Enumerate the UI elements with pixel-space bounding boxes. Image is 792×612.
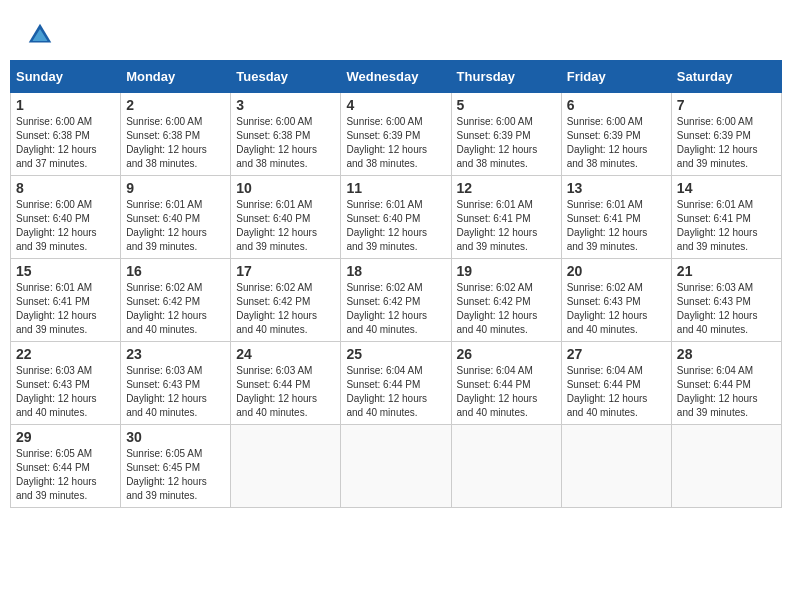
day-number: 19 — [457, 263, 556, 279]
day-info: Sunrise: 6:04 AM Sunset: 6:44 PM Dayligh… — [457, 364, 556, 420]
week-row-5: 29Sunrise: 6:05 AM Sunset: 6:44 PM Dayli… — [11, 425, 782, 508]
calendar-cell — [341, 425, 451, 508]
day-info: Sunrise: 6:03 AM Sunset: 6:43 PM Dayligh… — [677, 281, 776, 337]
day-number: 16 — [126, 263, 225, 279]
calendar-cell: 6Sunrise: 6:00 AM Sunset: 6:39 PM Daylig… — [561, 93, 671, 176]
day-info: Sunrise: 6:03 AM Sunset: 6:44 PM Dayligh… — [236, 364, 335, 420]
calendar-table: SundayMondayTuesdayWednesdayThursdayFrid… — [10, 60, 782, 508]
calendar-cell: 12Sunrise: 6:01 AM Sunset: 6:41 PM Dayli… — [451, 176, 561, 259]
day-info: Sunrise: 6:04 AM Sunset: 6:44 PM Dayligh… — [677, 364, 776, 420]
calendar-cell: 1Sunrise: 6:00 AM Sunset: 6:38 PM Daylig… — [11, 93, 121, 176]
day-info: Sunrise: 6:00 AM Sunset: 6:38 PM Dayligh… — [16, 115, 115, 171]
header-wednesday: Wednesday — [341, 61, 451, 93]
calendar-cell: 19Sunrise: 6:02 AM Sunset: 6:42 PM Dayli… — [451, 259, 561, 342]
day-info: Sunrise: 6:05 AM Sunset: 6:44 PM Dayligh… — [16, 447, 115, 503]
day-number: 6 — [567, 97, 666, 113]
calendar-cell — [231, 425, 341, 508]
calendar-cell: 10Sunrise: 6:01 AM Sunset: 6:40 PM Dayli… — [231, 176, 341, 259]
calendar-cell: 29Sunrise: 6:05 AM Sunset: 6:44 PM Dayli… — [11, 425, 121, 508]
day-info: Sunrise: 6:01 AM Sunset: 6:41 PM Dayligh… — [677, 198, 776, 254]
day-info: Sunrise: 6:01 AM Sunset: 6:40 PM Dayligh… — [346, 198, 445, 254]
day-number: 30 — [126, 429, 225, 445]
header-friday: Friday — [561, 61, 671, 93]
calendar-cell — [451, 425, 561, 508]
day-info: Sunrise: 6:01 AM Sunset: 6:40 PM Dayligh… — [236, 198, 335, 254]
calendar-cell — [561, 425, 671, 508]
calendar-cell: 7Sunrise: 6:00 AM Sunset: 6:39 PM Daylig… — [671, 93, 781, 176]
calendar-cell: 20Sunrise: 6:02 AM Sunset: 6:43 PM Dayli… — [561, 259, 671, 342]
calendar-cell: 22Sunrise: 6:03 AM Sunset: 6:43 PM Dayli… — [11, 342, 121, 425]
day-number: 21 — [677, 263, 776, 279]
day-info: Sunrise: 6:00 AM Sunset: 6:39 PM Dayligh… — [677, 115, 776, 171]
day-number: 7 — [677, 97, 776, 113]
header-sunday: Sunday — [11, 61, 121, 93]
day-info: Sunrise: 6:00 AM Sunset: 6:38 PM Dayligh… — [126, 115, 225, 171]
day-number: 11 — [346, 180, 445, 196]
header-saturday: Saturday — [671, 61, 781, 93]
calendar-cell: 8Sunrise: 6:00 AM Sunset: 6:40 PM Daylig… — [11, 176, 121, 259]
calendar-cell: 4Sunrise: 6:00 AM Sunset: 6:39 PM Daylig… — [341, 93, 451, 176]
day-number: 23 — [126, 346, 225, 362]
page-header — [10, 10, 782, 55]
week-row-2: 8Sunrise: 6:00 AM Sunset: 6:40 PM Daylig… — [11, 176, 782, 259]
day-number: 2 — [126, 97, 225, 113]
day-info: Sunrise: 6:00 AM Sunset: 6:38 PM Dayligh… — [236, 115, 335, 171]
day-number: 24 — [236, 346, 335, 362]
header-monday: Monday — [121, 61, 231, 93]
day-info: Sunrise: 6:02 AM Sunset: 6:42 PM Dayligh… — [236, 281, 335, 337]
header-thursday: Thursday — [451, 61, 561, 93]
calendar-cell: 2Sunrise: 6:00 AM Sunset: 6:38 PM Daylig… — [121, 93, 231, 176]
week-row-4: 22Sunrise: 6:03 AM Sunset: 6:43 PM Dayli… — [11, 342, 782, 425]
day-number: 3 — [236, 97, 335, 113]
week-row-3: 15Sunrise: 6:01 AM Sunset: 6:41 PM Dayli… — [11, 259, 782, 342]
calendar-cell: 5Sunrise: 6:00 AM Sunset: 6:39 PM Daylig… — [451, 93, 561, 176]
day-number: 18 — [346, 263, 445, 279]
day-info: Sunrise: 6:00 AM Sunset: 6:39 PM Dayligh… — [457, 115, 556, 171]
day-info: Sunrise: 6:04 AM Sunset: 6:44 PM Dayligh… — [567, 364, 666, 420]
day-info: Sunrise: 6:02 AM Sunset: 6:42 PM Dayligh… — [457, 281, 556, 337]
logo-icon — [25, 20, 55, 50]
calendar-cell: 14Sunrise: 6:01 AM Sunset: 6:41 PM Dayli… — [671, 176, 781, 259]
calendar-cell: 9Sunrise: 6:01 AM Sunset: 6:40 PM Daylig… — [121, 176, 231, 259]
day-info: Sunrise: 6:04 AM Sunset: 6:44 PM Dayligh… — [346, 364, 445, 420]
day-number: 13 — [567, 180, 666, 196]
calendar-cell: 28Sunrise: 6:04 AM Sunset: 6:44 PM Dayli… — [671, 342, 781, 425]
calendar-cell: 23Sunrise: 6:03 AM Sunset: 6:43 PM Dayli… — [121, 342, 231, 425]
calendar-cell: 25Sunrise: 6:04 AM Sunset: 6:44 PM Dayli… — [341, 342, 451, 425]
calendar-cell: 13Sunrise: 6:01 AM Sunset: 6:41 PM Dayli… — [561, 176, 671, 259]
day-info: Sunrise: 6:02 AM Sunset: 6:42 PM Dayligh… — [126, 281, 225, 337]
day-number: 4 — [346, 97, 445, 113]
day-info: Sunrise: 6:01 AM Sunset: 6:40 PM Dayligh… — [126, 198, 225, 254]
week-row-1: 1Sunrise: 6:00 AM Sunset: 6:38 PM Daylig… — [11, 93, 782, 176]
calendar-cell: 26Sunrise: 6:04 AM Sunset: 6:44 PM Dayli… — [451, 342, 561, 425]
calendar-cell: 18Sunrise: 6:02 AM Sunset: 6:42 PM Dayli… — [341, 259, 451, 342]
calendar-header-row: SundayMondayTuesdayWednesdayThursdayFrid… — [11, 61, 782, 93]
day-number: 5 — [457, 97, 556, 113]
day-info: Sunrise: 6:03 AM Sunset: 6:43 PM Dayligh… — [126, 364, 225, 420]
day-info: Sunrise: 6:00 AM Sunset: 6:39 PM Dayligh… — [346, 115, 445, 171]
calendar-cell: 24Sunrise: 6:03 AM Sunset: 6:44 PM Dayli… — [231, 342, 341, 425]
day-info: Sunrise: 6:05 AM Sunset: 6:45 PM Dayligh… — [126, 447, 225, 503]
day-number: 25 — [346, 346, 445, 362]
day-info: Sunrise: 6:00 AM Sunset: 6:40 PM Dayligh… — [16, 198, 115, 254]
header-tuesday: Tuesday — [231, 61, 341, 93]
calendar-cell — [671, 425, 781, 508]
day-number: 29 — [16, 429, 115, 445]
day-info: Sunrise: 6:02 AM Sunset: 6:43 PM Dayligh… — [567, 281, 666, 337]
day-info: Sunrise: 6:00 AM Sunset: 6:39 PM Dayligh… — [567, 115, 666, 171]
day-info: Sunrise: 6:01 AM Sunset: 6:41 PM Dayligh… — [16, 281, 115, 337]
day-number: 8 — [16, 180, 115, 196]
day-number: 26 — [457, 346, 556, 362]
calendar-cell: 17Sunrise: 6:02 AM Sunset: 6:42 PM Dayli… — [231, 259, 341, 342]
day-number: 14 — [677, 180, 776, 196]
calendar-cell: 11Sunrise: 6:01 AM Sunset: 6:40 PM Dayli… — [341, 176, 451, 259]
day-number: 20 — [567, 263, 666, 279]
day-number: 9 — [126, 180, 225, 196]
calendar-cell: 15Sunrise: 6:01 AM Sunset: 6:41 PM Dayli… — [11, 259, 121, 342]
calendar-cell: 21Sunrise: 6:03 AM Sunset: 6:43 PM Dayli… — [671, 259, 781, 342]
day-info: Sunrise: 6:01 AM Sunset: 6:41 PM Dayligh… — [457, 198, 556, 254]
calendar-cell: 3Sunrise: 6:00 AM Sunset: 6:38 PM Daylig… — [231, 93, 341, 176]
day-info: Sunrise: 6:01 AM Sunset: 6:41 PM Dayligh… — [567, 198, 666, 254]
calendar-cell: 16Sunrise: 6:02 AM Sunset: 6:42 PM Dayli… — [121, 259, 231, 342]
day-number: 15 — [16, 263, 115, 279]
